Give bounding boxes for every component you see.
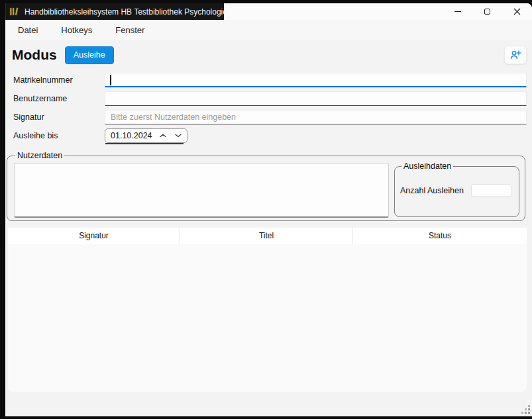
table-header-titel[interactable]: Titel <box>180 228 353 244</box>
ausleihe-bis-date-value[interactable]: 01.10.2024 <box>111 131 155 140</box>
title-bar-dark-segment: Handbibliotheksleihsystem HB Testbibliot… <box>5 3 224 20</box>
table-header-status[interactable]: Status <box>353 228 527 244</box>
add-user-button[interactable] <box>504 46 527 64</box>
ausleihe-bis-row: Ausleihe bis 01.10.2024 <box>13 126 527 145</box>
anzahl-ausleihen-input[interactable] <box>471 184 512 197</box>
date-field-underline <box>105 143 184 144</box>
ausleihdaten-legend: Ausleihdaten <box>401 162 453 171</box>
ausleihe-bis-label: Ausleihe bis <box>13 131 105 140</box>
matrikelnummer-field-wrap <box>105 73 527 87</box>
resize-grip[interactable] <box>521 404 531 415</box>
benutzername-input[interactable] <box>105 91 527 106</box>
close-button[interactable] <box>502 3 532 20</box>
text-caret <box>110 75 111 85</box>
signatur-label: Signatur <box>13 113 105 122</box>
table-header-row: Signatur Titel Status <box>8 228 527 244</box>
anzahl-ausleihen-label: Anzahl Ausleihen <box>400 186 471 195</box>
table-header-signatur[interactable]: Signatur <box>8 228 180 244</box>
minimize-button[interactable] <box>443 3 472 20</box>
date-spin-up-button[interactable] <box>155 129 170 142</box>
menu-bar: Datei Hotkeys Fenster <box>5 20 532 40</box>
maximize-button[interactable] <box>472 3 502 20</box>
benutzername-label: Benutzername <box>13 94 105 103</box>
mode-heading: Modus <box>12 47 57 63</box>
nutzerdaten-textarea[interactable] <box>14 163 389 218</box>
nutzerdaten-legend: Nutzerdaten <box>15 151 64 160</box>
anzahl-ausleihen-row: Anzahl Ausleihen <box>400 184 512 197</box>
nutzerdaten-groupbox: Nutzerdaten Ausleihdaten Anzahl Ausleihe… <box>7 151 525 221</box>
ausleihdaten-groupbox: Ausleihdaten Anzahl Ausleihen <box>394 162 519 217</box>
maximize-icon <box>484 9 490 15</box>
benutzername-field-wrap <box>105 91 527 106</box>
menu-item-datei[interactable]: Datei <box>11 22 45 38</box>
form-area: Matrikelnummer Benutzername Signatur Aus… <box>5 70 532 145</box>
menu-item-fenster[interactable]: Fenster <box>108 22 152 38</box>
benutzername-row: Benutzername <box>13 89 527 108</box>
matrikelnummer-input[interactable] <box>105 73 527 87</box>
chevron-down-icon <box>175 134 182 138</box>
app-window: Handbibliotheksleihsystem HB Testbibliot… <box>5 3 532 416</box>
mode-ausleihe-button[interactable]: Ausleihe <box>65 46 114 64</box>
title-bar-spacer <box>224 3 443 20</box>
window-title: Handbibliotheksleihsystem HB Testbibliot… <box>25 7 227 17</box>
menu-item-hotkeys[interactable]: Hotkeys <box>54 22 99 38</box>
library-books-icon <box>9 7 19 17</box>
close-icon <box>513 8 521 15</box>
person-add-icon <box>509 50 521 60</box>
table-body-empty <box>8 244 527 392</box>
signatur-row: Signatur <box>13 108 527 126</box>
matrikelnummer-label: Matrikelnummer <box>13 75 105 85</box>
chevron-up-icon <box>160 134 166 138</box>
signatur-field-wrap <box>105 110 527 124</box>
title-bar: Handbibliotheksleihsystem HB Testbibliot… <box>5 3 532 20</box>
matrikelnummer-row: Matrikelnummer <box>13 71 527 89</box>
signatur-input[interactable] <box>105 110 527 124</box>
nutzerdaten-content: Ausleihdaten Anzahl Ausleihen <box>14 162 519 218</box>
mode-row: Modus Ausleihe <box>5 40 532 70</box>
date-spin-down-button[interactable] <box>170 129 186 142</box>
ausleihe-bis-date-spinner[interactable]: 01.10.2024 <box>105 128 187 143</box>
minimize-icon <box>454 11 461 12</box>
